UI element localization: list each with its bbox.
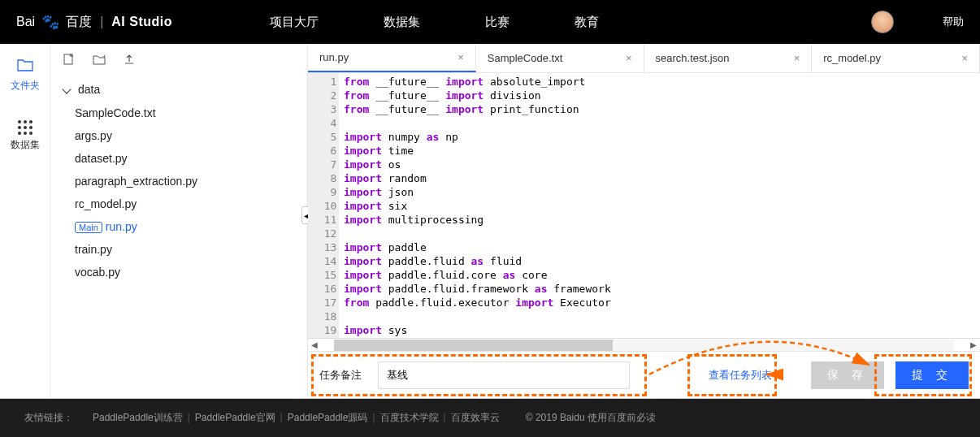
folder-row[interactable]: data [63,77,307,102]
file-row[interactable]: dataset.py [63,147,307,170]
editor-tab[interactable]: SampleCode.txt× [476,44,644,72]
logo[interactable]: Bai🐾百度 | AI Studio [16,13,172,31]
editor-tabs: run.py×SampleCode.txt×search.test.json×r… [308,44,980,73]
tab-label: SampleCode.txt [488,52,563,64]
main-area: 文件夹 数据集 + + data SampleCode.txtargs.pyda… [0,44,980,399]
horizontal-scrollbar[interactable]: ◀ ▶ [308,338,980,351]
nav-links: 项目大厅数据集比赛教育 [270,15,871,30]
footer-link[interactable]: PaddlePaddle源码 [288,412,368,423]
sidebar-item-files[interactable]: 文件夹 [0,58,50,93]
file-tree: data SampleCode.txtargs.pydataset.pypara… [50,77,307,283]
footer: 友情链接： PaddlePaddle训练营|PaddlePaddle官网|Pad… [0,399,980,437]
close-icon[interactable]: × [457,51,464,63]
file-row[interactable]: rc_model.py [63,193,307,215]
sidebar-label-files: 文件夹 [11,80,40,91]
footer-link[interactable]: PaddlePaddle官网 [195,412,275,423]
file-name: SampleCode.txt [75,106,156,119]
footer-link[interactable]: PaddlePaddle训练营 [93,412,183,423]
file-name: args.py [75,129,112,142]
task-panel: 任务备注 查看任务列表 保 存 提 交 [308,351,980,398]
line-gutter: 1 2 3 4 5 6 7 8 9 10 11 12 13 14 15 16 1… [308,73,339,338]
nav-0[interactable]: 项目大厅 [270,15,319,30]
logo-baidu: 百度 [66,14,92,31]
editor-area: ◀ run.py×SampleCode.txt×search.test.json… [307,44,980,398]
file-explorer: + + data SampleCode.txtargs.pydataset.py… [50,44,307,398]
code-content[interactable]: from __future__ import absolute_import f… [339,73,980,338]
footer-link[interactable]: 百度技术学院 [380,412,439,423]
task-note-label: 任务备注 [319,368,362,383]
svg-text:+: + [102,54,106,60]
dataset-icon [0,110,50,135]
sidebar-label-dataset: 数据集 [11,139,40,150]
upload-icon[interactable] [124,54,135,67]
svg-text:+: + [69,54,72,58]
file-row[interactable]: train.py [63,238,307,261]
file-name: train.py [75,243,112,256]
left-sidebar: 文件夹 数据集 [0,44,50,398]
sidebar-item-dataset[interactable]: 数据集 [0,110,50,152]
file-row[interactable]: Mainrun.py [63,215,307,238]
file-row[interactable]: SampleCode.txt [63,102,307,124]
scroll-left-icon[interactable]: ◀ [308,340,321,349]
main-badge: Main [75,222,102,233]
close-icon[interactable]: × [794,52,800,64]
close-icon[interactable]: × [961,52,968,64]
file-name: run.py [106,220,137,233]
top-nav-bar: Bai🐾百度 | AI Studio 项目大厅数据集比赛教育 帮助 [0,0,980,44]
nav-2[interactable]: 比赛 [485,15,510,30]
footer-copyright: © 2019 Baidu 使用百度前必读 [526,411,656,425]
file-row[interactable]: paragraph_extraction.py [63,170,307,193]
logo-aistudio: AI Studio [111,15,172,29]
file-row[interactable]: args.py [63,124,307,147]
file-name: dataset.py [75,152,128,165]
folder-name: data [78,83,100,96]
tab-label: run.py [319,51,349,63]
editor-tab[interactable]: run.py× [308,44,476,72]
nav-1[interactable]: 数据集 [384,15,420,30]
nav-3[interactable]: 教育 [575,15,599,30]
scroll-thumb[interactable] [334,340,613,351]
task-note-input[interactable] [378,361,630,389]
logo-bai: Bai [16,15,35,29]
file-name: paragraph_extraction.py [75,175,197,188]
file-toolbar: + + [50,44,307,77]
help-link[interactable]: 帮助 [943,15,964,29]
tab-label: rc_model.py [823,52,881,64]
avatar[interactable] [871,11,894,33]
code-editor[interactable]: 1 2 3 4 5 6 7 8 9 10 11 12 13 14 15 16 1… [308,73,980,338]
save-button[interactable]: 保 存 [811,361,884,389]
view-task-list-link[interactable]: 查看任务列表 [709,368,772,383]
submit-button[interactable]: 提 交 [895,361,969,389]
scroll-track[interactable] [334,340,954,351]
folder-icon [0,58,50,76]
tab-label: search.test.json [656,52,730,64]
footer-link[interactable]: 百度效率云 [451,412,500,423]
new-folder-icon[interactable]: + [93,54,106,67]
chevron-down-icon [62,84,71,93]
logo-divider: | [100,15,103,29]
new-file-icon[interactable]: + [63,54,75,67]
file-row[interactable]: vocab.py [63,261,307,283]
close-icon[interactable]: × [626,52,632,64]
editor-tab[interactable]: rc_model.py× [812,44,980,72]
file-name: rc_model.py [75,197,137,210]
editor-tab[interactable]: search.test.json× [644,44,813,72]
scroll-right-icon[interactable]: ▶ [967,340,980,349]
footer-label: 友情链接： [24,411,73,425]
file-name: vocab.py [75,266,120,279]
paw-icon: 🐾 [41,13,59,31]
